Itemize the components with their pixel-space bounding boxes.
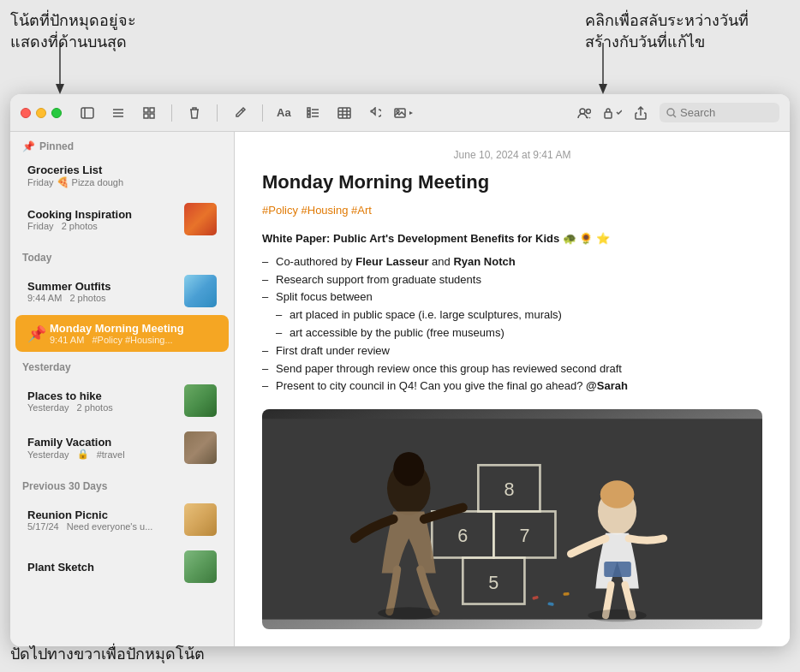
minimize-button[interactable] <box>36 108 46 118</box>
toolbar-sep-2 <box>217 104 218 122</box>
sidebar-toggle-button[interactable] <box>75 101 99 125</box>
format-text-button[interactable]: Aa <box>273 101 295 125</box>
annotation-top-left: โน้ตที่ปักหมุดอยู่จะ แสดงที่ด้านบนสุด <box>10 10 136 53</box>
lock-button[interactable] <box>603 101 622 125</box>
note-body: White Paper: Public Art's Development Be… <box>262 230 762 395</box>
note-text-cooking: Cooking Inspiration Friday 2 photos <box>27 208 177 231</box>
checklist-button[interactable] <box>301 101 325 125</box>
bullet-present: Present to city council in Q4! Can you g… <box>262 378 762 395</box>
note-text-family: Family Vacation Yesterday 🔒 #travel <box>27 436 177 460</box>
svg-marker-3 <box>599 84 607 94</box>
svg-point-48 <box>378 607 439 619</box>
section-yesterday: Yesterday <box>10 353 234 377</box>
note-meta-places: Yesterday 2 photos <box>27 402 177 413</box>
svg-point-25 <box>397 110 399 112</box>
svg-rect-28 <box>605 112 612 118</box>
note-text-places: Places to hike Yesterday 2 photos <box>27 390 177 413</box>
traffic-lights <box>21 108 62 118</box>
list-view-button[interactable] <box>106 101 130 125</box>
svg-point-43 <box>600 481 635 508</box>
annotation-top-right: คลิกเพื่อสลับระหว่างวันที่ สร้างกับวันที… <box>585 10 749 53</box>
svg-text:5: 5 <box>488 572 499 593</box>
note-item-plant[interactable]: Plant Sketch <box>15 544 229 590</box>
svg-text:8: 8 <box>504 479 514 501</box>
note-text-meeting: Monday Morning Meeting 9:41 AM #Policy #… <box>50 322 217 345</box>
note-item-places[interactable]: Places to hike Yesterday 2 photos <box>15 378 229 424</box>
bullet-art-public: art placed in public space (i.e. large s… <box>262 306 762 324</box>
annotation-tr-line2: สร้างกับวันที่แก้ไข <box>585 33 705 51</box>
svg-rect-31 <box>262 419 762 619</box>
bullet-authors: Co-authored by Fleur Lasseur and Ryan No… <box>262 253 762 271</box>
note-item-cooking[interactable]: Cooking Inspiration Friday 2 photos <box>15 196 229 242</box>
svg-point-49 <box>588 610 646 621</box>
annotation-tl-line2: แสดงที่ด้านบนสุด <box>10 33 127 51</box>
note-title-cooking: Cooking Inspiration <box>27 208 177 221</box>
pinned-header: 📌 Pinned <box>10 132 234 156</box>
note-photo: 8 6 7 5 <box>262 409 762 629</box>
hopscotch-photo-svg: 8 6 7 5 <box>262 409 762 629</box>
svg-line-30 <box>673 115 676 117</box>
svg-rect-12 <box>150 114 154 118</box>
note-meta-reunion: 5/17/24 Need everyone's u... <box>27 521 177 532</box>
note-date: June 10, 2024 at 9:41 AM <box>262 149 762 161</box>
pinned-label: Pinned <box>39 140 74 152</box>
note-text-groceries: Groceries List Friday 🍕 Pizza dough <box>27 164 217 188</box>
note-heading: Monday Morning Meeting <box>262 171 762 193</box>
bullet-research: Research support from graduate students <box>262 271 762 289</box>
collaborate-button[interactable] <box>572 101 596 125</box>
pin-icon: 📌 <box>22 140 35 152</box>
search-input[interactable] <box>680 106 766 119</box>
lock-icon: 🔒 <box>77 449 89 460</box>
svg-point-26 <box>580 109 585 114</box>
note-item-reunion[interactable]: Reunion Picnic 5/17/24 Need everyone's u… <box>15 497 229 543</box>
note-title-places: Places to hike <box>27 390 177 402</box>
note-thumb-reunion <box>184 503 217 536</box>
note-thumb-family <box>184 431 217 464</box>
toolbar: Aa <box>10 94 790 132</box>
svg-rect-11 <box>144 114 148 118</box>
note-text-summer: Summer Outfits 9:44 AM 2 photos <box>27 280 177 303</box>
maximize-button[interactable] <box>51 108 62 118</box>
note-title-plant: Plant Sketch <box>27 561 177 574</box>
annotation-tl-line1: โน้ตที่ปักหมุดอยู่จะ <box>10 12 136 29</box>
note-tags: #Policy #Housing #Art <box>262 204 762 217</box>
delete-button[interactable] <box>182 101 206 125</box>
note-text-plant: Plant Sketch <box>27 561 177 574</box>
bullet-split: Split focus between <box>262 288 762 306</box>
note-item-summer[interactable]: Summer Outfits 9:44 AM 2 photos <box>15 268 229 314</box>
section-today: Today <box>10 243 234 267</box>
annotation-tr-line1: คลิกเพื่อสลับระหว่างวันที่ <box>585 12 749 29</box>
svg-rect-10 <box>150 108 154 112</box>
media-button[interactable] <box>394 101 415 125</box>
section-30days: Previous 30 Days <box>10 472 234 496</box>
note-title-groceries: Groceries List <box>27 164 217 176</box>
note-title-summer: Summer Outfits <box>27 280 177 293</box>
svg-point-41 <box>393 452 424 486</box>
note-item-groceries[interactable]: Groceries List Friday 🍕 Pizza dough <box>15 157 229 195</box>
note-meta-summer: 9:44 AM 2 photos <box>27 293 177 303</box>
search-icon <box>666 108 677 118</box>
annotation-bottom: ปัดไปทางขวาเพื่อปักหมุดโน้ต <box>10 644 205 665</box>
note-thumb-plant <box>184 550 217 583</box>
note-item-family[interactable]: Family Vacation Yesterday 🔒 #travel <box>15 425 229 471</box>
svg-rect-44 <box>604 562 631 577</box>
svg-marker-1 <box>56 84 64 94</box>
note-item-meeting[interactable]: 📌 Monday Morning Meeting 9:41 AM #Policy… <box>15 315 229 352</box>
note-title-meeting: Monday Morning Meeting <box>50 322 217 335</box>
note-title-reunion: Reunion Picnic <box>27 508 177 521</box>
share-button[interactable] <box>629 101 653 125</box>
svg-text:7: 7 <box>519 526 529 547</box>
annotation-bottom-text: ปัดไปทางขวาเพื่อปักหมุดโน้ต <box>10 645 205 663</box>
svg-rect-18 <box>307 115 310 117</box>
audio-button[interactable] <box>363 101 387 125</box>
grid-view-button[interactable] <box>137 101 161 125</box>
paper-title: White Paper: Public Art's Development Be… <box>262 232 610 245</box>
sidebar: 📌 Pinned Groceries List Friday 🍕 Pizza d… <box>10 132 235 646</box>
note-meta-groceries: Friday 🍕 Pizza dough <box>27 176 217 188</box>
new-note-button[interactable] <box>228 101 252 125</box>
svg-rect-9 <box>144 108 148 112</box>
note-meta-family: Yesterday 🔒 #travel <box>27 449 177 460</box>
close-button[interactable] <box>21 108 31 118</box>
bullet-art-accessible: art accessible by the public (free museu… <box>262 324 762 342</box>
table-button[interactable] <box>332 101 356 125</box>
